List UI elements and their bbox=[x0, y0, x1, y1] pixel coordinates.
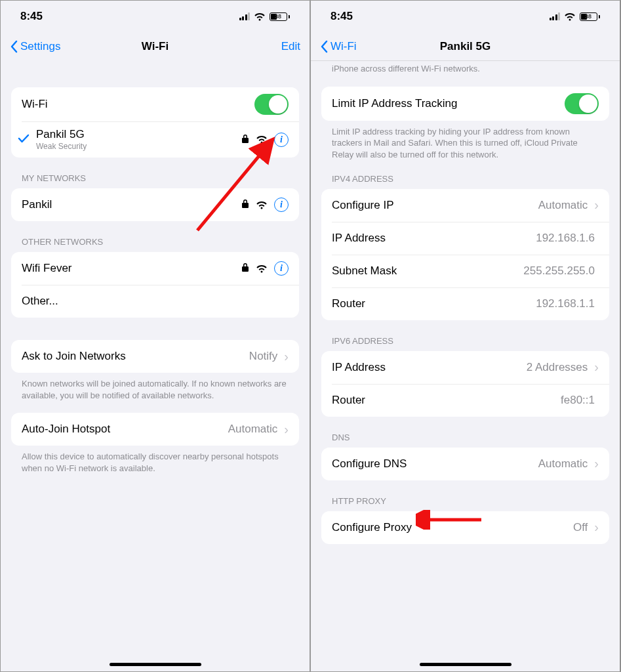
wifi-signal-icon bbox=[256, 264, 268, 273]
chevron-right-icon: › bbox=[594, 520, 599, 535]
battery-icon: 38 bbox=[270, 12, 290, 21]
ask-to-join-row[interactable]: Ask to Join Networks Notify › bbox=[11, 340, 299, 373]
my-networks-header: MY NETWORKS bbox=[1, 158, 310, 188]
chevron-right-icon: › bbox=[594, 456, 599, 471]
auto-join-footer: Allow this device to automatically disco… bbox=[1, 446, 310, 476]
lock-icon bbox=[241, 134, 249, 146]
wifi-signal-icon bbox=[256, 135, 268, 144]
back-label: Settings bbox=[20, 40, 60, 53]
network-row[interactable]: Pankil i bbox=[11, 188, 299, 221]
dns-header: DNS bbox=[311, 417, 620, 448]
home-indicator bbox=[420, 663, 511, 666]
connected-note: Weak Security bbox=[36, 142, 241, 151]
limit-ip-toggle[interactable] bbox=[565, 93, 599, 114]
nav-bar: Settings Wi-Fi Edit bbox=[1, 32, 310, 61]
wifi-icon bbox=[564, 12, 576, 21]
configure-ip-label: Configure IP bbox=[332, 199, 538, 212]
cellular-icon bbox=[550, 12, 561, 20]
other-label: Other... bbox=[22, 295, 289, 308]
lock-icon bbox=[241, 262, 249, 274]
page-title: Pankil 5G bbox=[311, 40, 620, 53]
edit-button[interactable]: Edit bbox=[281, 40, 300, 53]
info-icon[interactable]: i bbox=[274, 133, 289, 147]
ipv6-router-value: fe80::1 bbox=[561, 394, 595, 407]
configure-proxy-label: Configure Proxy bbox=[332, 521, 573, 534]
chevron-right-icon: › bbox=[594, 360, 599, 375]
ask-to-join-footer: Known networks will be joined automatica… bbox=[1, 373, 310, 404]
back-button[interactable]: Settings bbox=[10, 40, 60, 53]
network-row[interactable]: Wifi Fever i bbox=[11, 252, 299, 285]
lock-icon bbox=[241, 199, 249, 211]
configure-ip-value: Automatic bbox=[538, 199, 588, 212]
limit-ip-row[interactable]: Limit IP Address Tracking bbox=[321, 87, 609, 121]
connected-name: Pankil 5G bbox=[36, 128, 241, 141]
home-indicator bbox=[110, 663, 201, 666]
ip-address-row: IP Address 192.168.1.6 bbox=[321, 222, 609, 255]
proxy-header: HTTP PROXY bbox=[311, 480, 620, 511]
ipv6-router-row: Router fe80::1 bbox=[321, 384, 609, 417]
router-row: Router 192.168.1.1 bbox=[321, 287, 609, 320]
auto-join-hotspot-row[interactable]: Auto-Join Hotspot Automatic › bbox=[11, 413, 299, 446]
ask-to-join-value: Notify bbox=[249, 350, 277, 363]
configure-ip-row[interactable]: Configure IP Automatic › bbox=[321, 189, 609, 222]
router-value: 192.168.1.1 bbox=[536, 297, 595, 310]
subnet-value: 255.255.255.0 bbox=[523, 264, 595, 278]
auto-join-value: Automatic bbox=[228, 423, 278, 436]
wifi-toggle-row[interactable]: Wi-Fi bbox=[11, 87, 299, 121]
configure-dns-row[interactable]: Configure DNS Automatic › bbox=[321, 448, 609, 480]
wifi-signal-icon bbox=[256, 201, 268, 209]
back-button[interactable]: Wi-Fi bbox=[320, 40, 357, 53]
chevron-right-icon: › bbox=[284, 422, 289, 437]
status-bar: 8:45 38 bbox=[311, 1, 620, 32]
info-icon[interactable]: i bbox=[274, 261, 289, 276]
ipv6-router-label: Router bbox=[332, 394, 561, 407]
chevron-right-icon: › bbox=[594, 198, 599, 213]
wifi-toggle[interactable] bbox=[254, 94, 289, 115]
status-bar: 8:45 38 bbox=[1, 1, 310, 32]
status-time: 8:45 bbox=[331, 10, 353, 23]
configure-dns-value: Automatic bbox=[538, 457, 588, 471]
info-icon[interactable]: i bbox=[274, 198, 289, 212]
connected-network-row[interactable]: Pankil 5G Weak Security i bbox=[11, 121, 299, 158]
ipv6-header: IPV6 ADDRESS bbox=[311, 320, 620, 351]
truncated-footer: iPhone across different Wi-Fi networks. bbox=[311, 61, 620, 80]
battery-icon: 38 bbox=[580, 12, 600, 21]
back-label: Wi-Fi bbox=[331, 40, 357, 53]
network-name: Wifi Fever bbox=[22, 262, 241, 275]
cellular-icon bbox=[239, 12, 250, 20]
other-networks-header: OTHER NETWORKS bbox=[1, 221, 310, 252]
wifi-icon bbox=[254, 12, 266, 21]
chevron-left-icon bbox=[10, 40, 18, 53]
configure-dns-label: Configure DNS bbox=[332, 457, 538, 471]
nav-bar: Wi-Fi Pankil 5G bbox=[311, 32, 620, 61]
ipv4-header: IPV4 ADDRESS bbox=[311, 163, 620, 189]
ipv6-address-label: IP Address bbox=[332, 361, 527, 374]
ask-to-join-label: Ask to Join Networks bbox=[22, 350, 249, 363]
limit-ip-footer: Limit IP address tracking by hiding your… bbox=[311, 121, 620, 163]
router-label: Router bbox=[332, 297, 536, 310]
configure-proxy-row[interactable]: Configure Proxy Off › bbox=[321, 511, 609, 544]
network-name: Pankil bbox=[22, 198, 241, 211]
ip-address-label: IP Address bbox=[332, 232, 536, 245]
ipv6-address-row[interactable]: IP Address 2 Addresses › bbox=[321, 351, 609, 384]
ip-address-value: 192.168.1.6 bbox=[536, 232, 595, 245]
configure-proxy-value: Off bbox=[573, 521, 588, 534]
ipv6-address-value: 2 Addresses bbox=[527, 361, 588, 374]
chevron-right-icon: › bbox=[284, 349, 289, 364]
auto-join-label: Auto-Join Hotspot bbox=[22, 423, 228, 436]
chevron-left-icon bbox=[320, 40, 328, 53]
limit-ip-label: Limit IP Address Tracking bbox=[332, 97, 565, 110]
subnet-label: Subnet Mask bbox=[332, 264, 523, 278]
subnet-row: Subnet Mask 255.255.255.0 bbox=[321, 255, 609, 287]
other-network-row[interactable]: Other... bbox=[11, 285, 299, 318]
status-time: 8:45 bbox=[20, 10, 43, 23]
wifi-label: Wi-Fi bbox=[22, 98, 254, 111]
check-icon bbox=[18, 133, 32, 146]
